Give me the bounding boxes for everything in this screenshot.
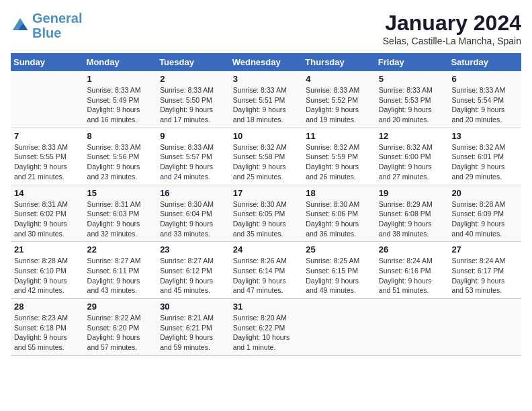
day-info: Sunrise: 8:26 AMSunset: 6:14 PMDaylight:… (233, 256, 300, 295)
day-info: Sunrise: 8:25 AMSunset: 6:15 PMDaylight:… (306, 256, 372, 295)
day-number: 12 (379, 131, 445, 141)
day-number: 29 (87, 302, 154, 312)
calendar-cell: 1Sunrise: 8:33 AMSunset: 5:49 PMDaylight… (84, 71, 157, 128)
day-number: 6 (451, 74, 518, 84)
calendar-cell: 29Sunrise: 8:22 AMSunset: 6:20 PMDayligh… (84, 299, 157, 356)
calendar-week-row: 28Sunrise: 8:23 AMSunset: 6:18 PMDayligh… (11, 299, 521, 356)
day-of-week-header: Thursday (302, 53, 375, 71)
calendar-cell: 12Sunrise: 8:32 AMSunset: 6:00 PMDayligh… (375, 128, 449, 185)
day-number: 11 (306, 131, 372, 141)
day-number: 28 (14, 302, 81, 312)
calendar-cell: 7Sunrise: 8:33 AMSunset: 5:55 PMDaylight… (11, 128, 84, 185)
calendar-cell: 6Sunrise: 8:33 AMSunset: 5:54 PMDaylight… (448, 71, 521, 128)
day-info: Sunrise: 8:31 AMSunset: 6:02 PMDaylight:… (14, 199, 81, 239)
day-info: Sunrise: 8:23 AMSunset: 6:18 PMDaylight:… (14, 313, 81, 353)
day-number: 30 (160, 302, 226, 312)
day-number: 31 (233, 302, 300, 312)
calendar-cell: 8Sunrise: 8:33 AMSunset: 5:56 PMDaylight… (84, 128, 157, 185)
day-number: 4 (306, 74, 372, 84)
calendar-cell: 26Sunrise: 8:24 AMSunset: 6:16 PMDayligh… (375, 242, 449, 299)
day-number: 27 (451, 244, 518, 255)
day-info: Sunrise: 8:22 AMSunset: 6:20 PMDaylight:… (87, 313, 154, 353)
calendar-cell: 22Sunrise: 8:27 AMSunset: 6:11 PMDayligh… (84, 242, 157, 299)
day-of-week-header: Tuesday (157, 53, 230, 71)
day-info: Sunrise: 8:33 AMSunset: 5:57 PMDaylight:… (160, 142, 226, 182)
calendar-body: 1Sunrise: 8:33 AMSunset: 5:49 PMDaylight… (11, 71, 521, 355)
day-number: 10 (233, 131, 300, 141)
day-number: 5 (379, 74, 445, 84)
calendar-cell: 28Sunrise: 8:23 AMSunset: 6:18 PMDayligh… (11, 299, 84, 356)
calendar-cell: 27Sunrise: 8:24 AMSunset: 6:17 PMDayligh… (448, 242, 521, 299)
day-number: 15 (87, 188, 154, 198)
calendar-cell: 30Sunrise: 8:21 AMSunset: 6:21 PMDayligh… (157, 299, 230, 356)
day-info: Sunrise: 8:32 AMSunset: 6:01 PMDaylight:… (451, 142, 518, 182)
day-info: Sunrise: 8:33 AMSunset: 5:49 PMDaylight:… (87, 85, 154, 125)
calendar-cell (302, 299, 375, 356)
day-of-week-header: Sunday (11, 53, 84, 71)
calendar-cell: 20Sunrise: 8:28 AMSunset: 6:09 PMDayligh… (448, 185, 521, 242)
day-number: 23 (160, 244, 226, 255)
logo: General Blue (11, 11, 82, 40)
day-info: Sunrise: 8:31 AMSunset: 6:03 PMDaylight:… (87, 199, 154, 239)
day-info: Sunrise: 8:24 AMSunset: 6:16 PMDaylight:… (379, 256, 445, 295)
calendar-cell (375, 299, 449, 356)
day-number: 22 (87, 244, 154, 255)
calendar-cell: 18Sunrise: 8:30 AMSunset: 6:06 PMDayligh… (302, 185, 375, 242)
day-info: Sunrise: 8:20 AMSunset: 6:22 PMDaylight:… (233, 313, 300, 353)
day-info: Sunrise: 8:33 AMSunset: 5:56 PMDaylight:… (87, 142, 154, 182)
day-number: 18 (306, 188, 372, 198)
day-number: 20 (451, 188, 518, 198)
day-info: Sunrise: 8:33 AMSunset: 5:54 PMDaylight:… (451, 85, 518, 125)
day-info: Sunrise: 8:33 AMSunset: 5:50 PMDaylight:… (160, 85, 226, 125)
day-info: Sunrise: 8:27 AMSunset: 6:11 PMDaylight:… (87, 256, 154, 295)
calendar-cell: 13Sunrise: 8:32 AMSunset: 6:01 PMDayligh… (448, 128, 521, 185)
calendar-table: SundayMondayTuesdayWednesdayThursdayFrid… (11, 53, 521, 356)
calendar-week-row: 7Sunrise: 8:33 AMSunset: 5:55 PMDaylight… (11, 128, 521, 185)
day-number: 14 (14, 188, 81, 198)
day-info: Sunrise: 8:29 AMSunset: 6:08 PMDaylight:… (379, 199, 445, 239)
calendar-cell: 15Sunrise: 8:31 AMSunset: 6:03 PMDayligh… (84, 185, 157, 242)
calendar-cell: 9Sunrise: 8:33 AMSunset: 5:57 PMDaylight… (157, 128, 230, 185)
calendar-cell: 5Sunrise: 8:33 AMSunset: 5:53 PMDaylight… (375, 71, 449, 128)
main-title: January 2024 (383, 11, 521, 36)
day-number: 2 (160, 74, 226, 84)
subtitle: Selas, Castille-La Mancha, Spain (383, 36, 521, 46)
calendar-cell (448, 299, 521, 356)
calendar-cell: 10Sunrise: 8:32 AMSunset: 5:58 PMDayligh… (230, 128, 303, 185)
day-number: 21 (14, 244, 81, 255)
calendar-cell: 11Sunrise: 8:32 AMSunset: 5:59 PMDayligh… (302, 128, 375, 185)
calendar-cell: 19Sunrise: 8:29 AMSunset: 6:08 PMDayligh… (375, 185, 449, 242)
day-info: Sunrise: 8:32 AMSunset: 5:58 PMDaylight:… (233, 142, 300, 182)
day-number: 17 (233, 188, 300, 198)
day-of-week-header: Wednesday (230, 53, 303, 71)
day-info: Sunrise: 8:21 AMSunset: 6:21 PMDaylight:… (160, 313, 226, 353)
logo-text: General Blue (32, 11, 82, 40)
calendar-week-row: 1Sunrise: 8:33 AMSunset: 5:49 PMDaylight… (11, 71, 521, 128)
header: General Blue January 2024 Selas, Castill… (11, 11, 521, 46)
day-number: 19 (379, 188, 445, 198)
day-info: Sunrise: 8:30 AMSunset: 6:06 PMDaylight:… (306, 199, 372, 239)
day-number: 8 (87, 131, 154, 141)
day-info: Sunrise: 8:28 AMSunset: 6:10 PMDaylight:… (14, 256, 81, 295)
calendar-header: SundayMondayTuesdayWednesdayThursdayFrid… (11, 53, 521, 71)
day-info: Sunrise: 8:33 AMSunset: 5:55 PMDaylight:… (14, 142, 81, 182)
day-info: Sunrise: 8:27 AMSunset: 6:12 PMDaylight:… (160, 256, 226, 295)
calendar-cell: 31Sunrise: 8:20 AMSunset: 6:22 PMDayligh… (230, 299, 303, 356)
calendar-cell: 4Sunrise: 8:33 AMSunset: 5:52 PMDaylight… (302, 71, 375, 128)
calendar-cell: 2Sunrise: 8:33 AMSunset: 5:50 PMDaylight… (157, 71, 230, 128)
day-of-week-header: Monday (84, 53, 157, 71)
day-of-week-header: Saturday (448, 53, 521, 71)
day-number: 26 (379, 244, 445, 255)
day-number: 13 (451, 131, 518, 141)
day-info: Sunrise: 8:33 AMSunset: 5:52 PMDaylight:… (306, 85, 372, 125)
day-info: Sunrise: 8:32 AMSunset: 6:00 PMDaylight:… (379, 142, 445, 182)
day-of-week-header: Friday (375, 53, 449, 71)
day-number: 9 (160, 131, 226, 141)
title-area: January 2024 Selas, Castille-La Mancha, … (383, 11, 521, 46)
day-number: 7 (14, 131, 81, 141)
day-info: Sunrise: 8:32 AMSunset: 5:59 PMDaylight:… (306, 142, 372, 182)
calendar-cell: 24Sunrise: 8:26 AMSunset: 6:14 PMDayligh… (230, 242, 303, 299)
calendar-cell (11, 71, 84, 128)
day-number: 25 (306, 244, 372, 255)
calendar-cell: 23Sunrise: 8:27 AMSunset: 6:12 PMDayligh… (157, 242, 230, 299)
